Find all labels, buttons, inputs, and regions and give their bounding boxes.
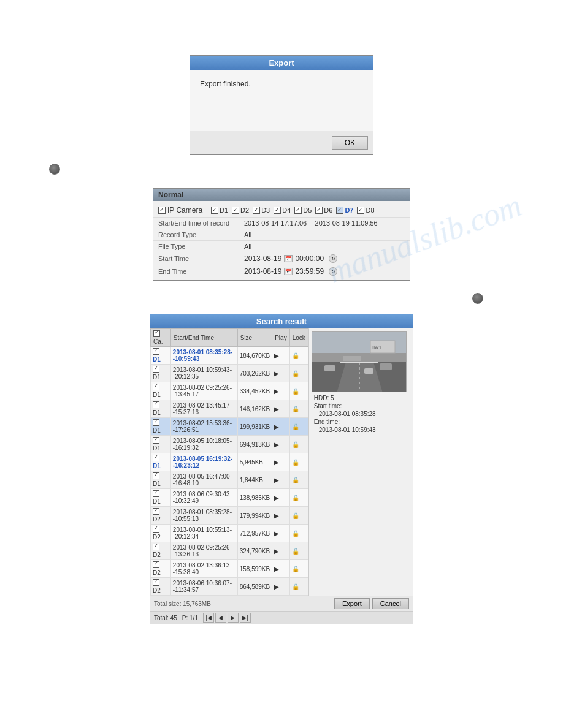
start-time-refresh-icon[interactable]: ↻	[329, 254, 337, 263]
play-icon[interactable]: ▶	[274, 583, 279, 590]
row-checkbox[interactable]	[153, 490, 159, 497]
lock-icon[interactable]: 🔒	[292, 423, 299, 430]
row-play-cell[interactable]: ▶	[272, 542, 289, 560]
table-row[interactable]: D12013-08-01 08:35:28--10:59:43184,670KB…	[151, 347, 308, 365]
play-icon[interactable]: ▶	[274, 548, 279, 555]
table-row[interactable]: D22013-08-02 13:36:13--15:38:40158,599KB…	[151, 560, 308, 578]
table-row[interactable]: D12013-08-01 10:59:43--20:12:35703,262KB…	[151, 365, 308, 382]
start-time-calendar-icon[interactable]: 📅	[284, 255, 293, 262]
table-row[interactable]: D22013-08-01 08:35:28--10:55:13179,994KB…	[151, 507, 308, 525]
play-icon[interactable]: ▶	[274, 530, 279, 537]
row-lock-cell[interactable]: 🔒	[289, 400, 308, 418]
table-row[interactable]: D22013-08-02 09:25:26--13:36:13324,790KB…	[151, 542, 308, 560]
table-row[interactable]: D12013-08-06 09:30:43--10:32:49138,985KB…	[151, 489, 308, 507]
cancel-button[interactable]: Cancel	[372, 598, 409, 609]
lock-icon[interactable]: 🔒	[292, 512, 299, 519]
table-row[interactable]: D12013-08-02 09:25:26--13:45:17334,452KB…	[151, 382, 308, 400]
row-lock-cell[interactable]: 🔒	[289, 382, 308, 400]
row-lock-cell[interactable]: 🔒	[289, 436, 308, 453]
play-icon[interactable]: ▶	[274, 441, 279, 448]
row-lock-cell[interactable]: 🔒	[289, 578, 308, 596]
ok-button[interactable]: OK	[332, 136, 368, 150]
last-page-btn[interactable]: ▶|	[240, 613, 251, 623]
d1-checkbox[interactable]	[211, 207, 218, 214]
ip-camera-checkbox[interactable]	[158, 207, 166, 214]
row-checkbox[interactable]	[153, 348, 159, 355]
lock-icon[interactable]: 🔒	[292, 495, 299, 501]
play-icon[interactable]: ▶	[274, 495, 279, 501]
row-play-cell[interactable]: ▶	[272, 471, 289, 489]
lock-icon[interactable]: 🔒	[292, 583, 299, 590]
play-icon[interactable]: ▶	[274, 423, 279, 430]
table-row[interactable]: D12013-08-05 10:18:05--16:19:32694,913KB…	[151, 436, 308, 453]
lock-icon[interactable]: 🔒	[292, 530, 299, 537]
row-lock-cell[interactable]: 🔒	[289, 365, 308, 382]
row-lock-cell[interactable]: 🔒	[289, 560, 308, 578]
lock-icon[interactable]: 🔒	[292, 459, 299, 466]
play-icon[interactable]: ▶	[274, 388, 279, 395]
lock-icon[interactable]: 🔒	[292, 566, 299, 572]
select-all-checkbox[interactable]	[153, 330, 160, 337]
lock-icon[interactable]: 🔒	[292, 441, 299, 448]
d5-checkbox[interactable]	[294, 207, 302, 214]
row-checkbox[interactable]	[153, 561, 159, 568]
table-row[interactable]: D22013-08-01 10:55:13--20:12:34712,957KB…	[151, 525, 308, 542]
end-time-refresh-icon[interactable]: ↻	[329, 267, 337, 276]
play-icon[interactable]: ▶	[274, 477, 279, 483]
play-icon[interactable]: ▶	[274, 566, 279, 572]
row-lock-cell[interactable]: 🔒	[289, 525, 308, 542]
table-row[interactable]: D12013-08-05 16:47:00--16:48:101,844KB▶🔒	[151, 471, 308, 489]
search-circle-icon[interactable]	[472, 293, 483, 304]
row-play-cell[interactable]: ▶	[272, 453, 289, 471]
row-checkbox[interactable]	[153, 455, 159, 461]
table-row[interactable]: D22013-08-06 10:36:07--11:34:57864,589KB…	[151, 578, 308, 596]
lock-icon[interactable]: 🔒	[292, 370, 299, 377]
row-checkbox[interactable]	[153, 366, 159, 373]
table-row[interactable]: D12013-08-05 16:19:32--16:23:125,945KB▶🔒	[151, 453, 308, 471]
end-time-calendar-icon[interactable]: 📅	[284, 268, 293, 275]
d3-checkbox[interactable]	[253, 207, 260, 214]
play-icon[interactable]: ▶	[274, 406, 279, 412]
row-checkbox[interactable]	[153, 401, 159, 408]
row-play-cell[interactable]: ▶	[272, 560, 289, 578]
row-play-cell[interactable]: ▶	[272, 382, 289, 400]
table-row[interactable]: D12013-08-02 13:45:17--15:37:16146,162KB…	[151, 400, 308, 418]
row-lock-cell[interactable]: 🔒	[289, 347, 308, 365]
row-checkbox[interactable]	[153, 579, 159, 586]
d6-checkbox[interactable]	[315, 207, 323, 214]
row-checkbox[interactable]	[153, 508, 159, 515]
play-icon[interactable]: ▶	[274, 370, 279, 377]
d4-checkbox[interactable]	[274, 207, 281, 214]
row-lock-cell[interactable]: 🔒	[289, 507, 308, 525]
row-checkbox[interactable]	[153, 437, 159, 444]
row-checkbox[interactable]	[153, 384, 159, 390]
first-page-btn[interactable]: |◀	[203, 613, 214, 623]
row-lock-cell[interactable]: 🔒	[289, 453, 308, 471]
row-lock-cell[interactable]: 🔒	[289, 471, 308, 489]
lock-icon[interactable]: 🔒	[292, 406, 299, 412]
row-play-cell[interactable]: ▶	[272, 578, 289, 596]
row-checkbox[interactable]	[153, 472, 159, 479]
row-play-cell[interactable]: ▶	[272, 436, 289, 453]
export-button[interactable]: Export	[334, 598, 370, 609]
d7-checkbox[interactable]	[336, 207, 343, 214]
row-play-cell[interactable]: ▶	[272, 347, 289, 365]
d2-checkbox[interactable]	[232, 207, 239, 214]
row-play-cell[interactable]: ▶	[272, 507, 289, 525]
next-page-btn[interactable]: ▶	[228, 613, 239, 623]
d8-checkbox[interactable]	[357, 207, 364, 214]
play-icon[interactable]: ▶	[274, 352, 279, 359]
prev-page-btn[interactable]: ◀	[215, 613, 226, 623]
row-lock-cell[interactable]: 🔒	[289, 418, 308, 436]
lock-icon[interactable]: 🔒	[292, 477, 299, 483]
row-play-cell[interactable]: ▶	[272, 365, 289, 382]
row-play-cell[interactable]: ▶	[272, 400, 289, 418]
row-checkbox[interactable]	[153, 544, 159, 550]
row-play-cell[interactable]: ▶	[272, 489, 289, 507]
lock-icon[interactable]: 🔒	[292, 548, 299, 555]
play-icon[interactable]: ▶	[274, 459, 279, 466]
lock-icon[interactable]: 🔒	[292, 388, 299, 395]
row-play-cell[interactable]: ▶	[272, 525, 289, 542]
row-lock-cell[interactable]: 🔒	[289, 489, 308, 507]
lock-icon[interactable]: 🔒	[292, 352, 299, 359]
